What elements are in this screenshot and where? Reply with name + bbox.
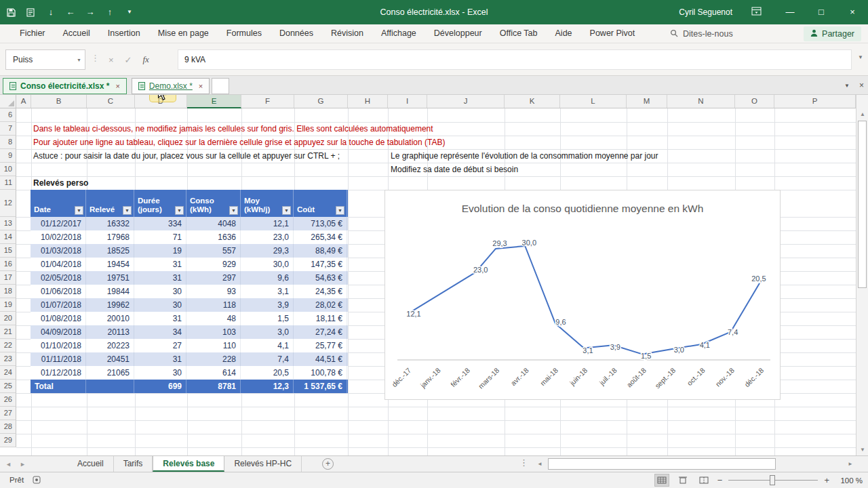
workbook-tab-1[interactable]: Demo.xlsx *× [132, 78, 210, 94]
table-cell[interactable]: 297 [186, 271, 241, 285]
redo-icon[interactable]: → [85, 0, 95, 24]
filter-button-icon[interactable]: ▼ [282, 206, 291, 215]
ribbon-tab-développeur[interactable]: Développeur [425, 24, 491, 43]
zoom-in-icon[interactable]: + [824, 475, 829, 485]
row-header-28[interactable]: 28 [0, 420, 16, 434]
table-cell[interactable]: 147,35 € [294, 258, 347, 271]
table-cell[interactable]: 34 [134, 325, 186, 339]
table-cell[interactable]: 4048 [186, 217, 241, 230]
download-arrow-icon[interactable]: ↓ [46, 0, 56, 24]
table-header-1[interactable]: Relevé▼ [86, 190, 134, 217]
row-header-13[interactable]: 13 [0, 217, 16, 230]
workbook-tab-list-icon[interactable]: ▼ [844, 83, 850, 89]
row-header-29[interactable]: 29 [0, 434, 16, 447]
table-cell[interactable]: 28,02 € [294, 298, 347, 312]
table-cell[interactable]: 929 [186, 258, 241, 271]
row-header-9[interactable]: 9 [0, 149, 16, 163]
table-cell[interactable]: 23,0 [241, 230, 294, 244]
column-header-H[interactable]: H [348, 95, 388, 108]
row-header-17[interactable]: 17 [0, 271, 16, 285]
minimize-button[interactable]: — [774, 0, 806, 24]
vertical-scrollbar[interactable]: ▲ ▼ [856, 95, 868, 455]
table-cell[interactable]: 3,0 [241, 325, 294, 339]
table-cell[interactable]: 30 [134, 285, 186, 298]
table-cell[interactable]: 21065 [86, 366, 134, 380]
table-cell[interactable]: 24,35 € [294, 285, 347, 298]
table-cell[interactable]: 01/06/2018 [31, 285, 86, 298]
table-header-4[interactable]: Moy (kWh/j)▼ [241, 190, 294, 217]
table-cell[interactable]: 48 [186, 312, 241, 325]
table-cell[interactable]: 01/03/2018 [31, 244, 86, 258]
horizontal-scrollbar[interactable]: ◄ ► [534, 456, 856, 472]
horizontal-scroll-thumb[interactable] [548, 458, 776, 470]
column-header-C[interactable]: C [87, 95, 135, 108]
table-total-cell[interactable]: 8781 [186, 380, 241, 393]
table-total-cell[interactable]: 699 [134, 380, 186, 393]
page-layout-view-icon[interactable] [675, 474, 690, 487]
cell-note-row7[interactable]: Dans le tableau ci-dessous, ne modifiez … [33, 122, 433, 136]
table-cell[interactable]: 713,05 € [294, 217, 347, 230]
new-sheet-button[interactable]: + [322, 458, 334, 470]
table-cell[interactable]: 19844 [86, 285, 134, 298]
cell-note-row9[interactable]: Astuce : pour saisir la date du jour, pl… [33, 149, 340, 163]
row-header-14[interactable]: 14 [0, 230, 16, 244]
row-header-10[interactable]: 10 [0, 163, 16, 176]
ribbon-tab-formules[interactable]: Formules [218, 24, 271, 43]
table-total-cell[interactable]: 1 537,65 € [294, 380, 347, 393]
name-box-dropdown-icon[interactable]: ▼ [77, 50, 81, 70]
workbook-tab-0[interactable]: Conso électricité.xlsx *× [3, 78, 127, 94]
consumption-chart[interactable]: Evolution de la conso quotidienne moyenn… [384, 190, 781, 400]
table-cell[interactable]: 02/05/2018 [31, 271, 86, 285]
table-header-5[interactable]: Coût▼ [294, 190, 347, 217]
column-header-L[interactable]: L [560, 95, 627, 108]
filter-button-icon[interactable]: ▼ [336, 206, 344, 215]
ribbon-display-options-icon[interactable] [746, 7, 766, 18]
row-header-21[interactable]: 21 [0, 325, 16, 339]
table-cell[interactable]: 54,63 € [294, 271, 347, 285]
row-header-8[interactable]: 8 [0, 136, 16, 149]
row-header-27[interactable]: 27 [0, 407, 16, 420]
table-cell[interactable]: 31 [134, 352, 186, 366]
qat-customize-icon[interactable]: ▼ [125, 0, 134, 24]
upload-arrow-icon[interactable]: ↑ [105, 0, 115, 24]
table-cell[interactable]: 9,6 [241, 271, 294, 285]
chart-canvas[interactable]: Evolution de la conso quotidienne moyenn… [385, 190, 780, 399]
table-cell[interactable]: 1,5 [241, 312, 294, 325]
table-cell[interactable]: 31 [134, 312, 186, 325]
row-header-20[interactable]: 20 [0, 312, 16, 325]
ribbon-tab-données[interactable]: Données [271, 24, 322, 43]
table-cell[interactable]: 3,9 [241, 298, 294, 312]
sheet-nav-right-icon[interactable]: ► [20, 461, 26, 468]
table-cell[interactable]: 01/10/2018 [31, 339, 86, 352]
table-cell[interactable]: 100,78 € [294, 366, 347, 380]
zoom-slider-thumb[interactable] [770, 475, 775, 485]
ribbon-tab-insertion[interactable]: Insertion [99, 24, 149, 43]
table-cell[interactable]: 19 [134, 244, 186, 258]
row-header-6[interactable]: 6 [0, 108, 16, 122]
ribbon-tab-accueil[interactable]: Accueil [54, 24, 99, 43]
row-header-18[interactable]: 18 [0, 285, 16, 298]
column-header-B[interactable]: B [31, 95, 87, 108]
table-cell[interactable]: 16332 [86, 217, 134, 230]
row-header-7[interactable]: 7 [0, 122, 16, 136]
table-cell[interactable]: 118 [186, 298, 241, 312]
ribbon-tab-aide[interactable]: Aide [547, 24, 581, 43]
chart-line-series[interactable] [408, 246, 760, 354]
zoom-level[interactable]: 100 % [835, 476, 863, 485]
table-cell[interactable]: 31 [134, 271, 186, 285]
table-cell[interactable]: 110 [186, 339, 241, 352]
table-header-0[interactable]: Date▼ [31, 190, 86, 217]
filter-button-icon[interactable]: ▼ [229, 206, 238, 215]
table-cell[interactable]: 20451 [86, 352, 134, 366]
table-cell[interactable]: 27,24 € [294, 325, 347, 339]
table-cell[interactable]: 31 [134, 258, 186, 271]
table-cell[interactable]: 30,0 [241, 258, 294, 271]
table-total-cell[interactable]: Total [31, 380, 86, 393]
table-cell[interactable]: 01/07/2018 [31, 298, 86, 312]
table-cell[interactable]: 7,4 [241, 352, 294, 366]
scroll-left-icon[interactable]: ◄ [534, 456, 545, 472]
filter-button-icon[interactable]: ▼ [123, 206, 132, 215]
cell-note-row9-right[interactable]: Le graphique représente l'évolution de l… [391, 149, 658, 163]
cancel-entry-icon[interactable]: × [108, 55, 114, 65]
sheet-tab-tarifs[interactable]: Tarifs [114, 456, 153, 472]
